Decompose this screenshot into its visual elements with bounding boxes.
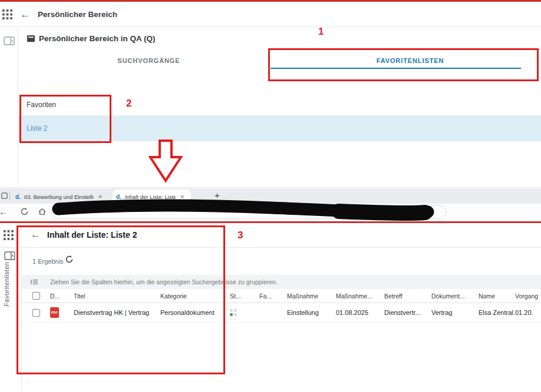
dvelop-favicon: d. [15,194,21,200]
column-betreff[interactable]: Betreff [384,293,431,300]
annotation-label-1: 1 [318,26,324,38]
cell-betreff: Dienstvertr... [384,309,431,316]
tab-suchvorgaenge[interactable]: SUCHVORGÄNGE [18,52,279,69]
cell-name: Elsa Zentral... [479,309,515,316]
cell-status [230,308,259,317]
cell-vorgang: 01.20. [515,309,541,316]
browser-tab-1-title: 03. Bewerbung und Einstellung | [24,194,94,200]
stitched-screenshot: ← Persönlicher Bereich Persönlicher Bere… [0,0,541,392]
cell-massnahme: Einstellung [287,309,336,316]
page-title: Persönlicher Bereich [38,10,117,19]
tab-separator [9,192,10,200]
sidebar-toggle-icon[interactable] [4,36,15,45]
sidebar-toggle-icon[interactable] [4,251,15,260]
annotation-box-1 [268,48,539,81]
browser-nav-bar: ← [0,204,541,221]
column-dokument[interactable]: Dokument... [431,293,479,300]
cell-massnahme-datum: 01.08.2025 [336,309,384,316]
back-button[interactable]: ← [20,9,30,19]
browser-tab-2-active[interactable]: d. Inhalt der Liste: Liste 2 × [113,190,191,204]
column-vorgang[interactable]: Vorgang [515,293,541,300]
browser-tab-2-title: Inhalt der Liste: Liste 2 [125,194,176,200]
browser-tab-strip: d. 03. Bewerbung und Einstellung | × d. … [0,188,541,204]
apps-grid-icon[interactable] [2,9,12,19]
apps-grid-icon[interactable] [4,230,14,240]
column-fa[interactable]: Fa... [259,293,287,300]
new-tab-button[interactable]: + [215,190,220,200]
browser-window-edge [0,187,541,188]
workspace-title: Persönlicher Bereich in QA (Q) [39,34,156,43]
dvelop-favicon: d. [116,194,121,200]
address-bar[interactable] [51,205,447,219]
sidebar-vertical-label: Favoritenlisten [3,262,10,307]
annotation-label-2: 2 [126,98,131,109]
column-massnahme[interactable]: Maßnahme [287,293,336,300]
reload-icon[interactable] [20,207,29,216]
status-dots-icon [230,308,255,317]
cell-dokument: Vertrag [431,309,479,316]
browser-back-icon[interactable]: ← [0,206,8,218]
tab-actions-icon[interactable] [1,192,8,199]
annotation-label-3: 3 [237,230,243,241]
column-status[interactable]: St... [230,293,259,300]
annotation-arrow-down-icon [149,139,183,183]
home-icon[interactable] [38,207,47,216]
browser-tab-1[interactable]: d. 03. Bewerbung und Einstellung | × [12,190,111,204]
workspace-archive-icon [27,34,35,43]
column-massnahme-datum[interactable]: Maßnahme... [336,293,384,300]
close-tab-icon[interactable]: × [180,193,184,200]
close-tab-icon[interactable]: × [98,193,102,200]
column-name[interactable]: Name [479,293,515,300]
top-app-bar: ← Persönlicher Bereich [0,2,541,27]
sidebar-divider [18,27,18,187]
annotation-box-3 [17,225,225,374]
annotation-box-2 [19,95,111,143]
